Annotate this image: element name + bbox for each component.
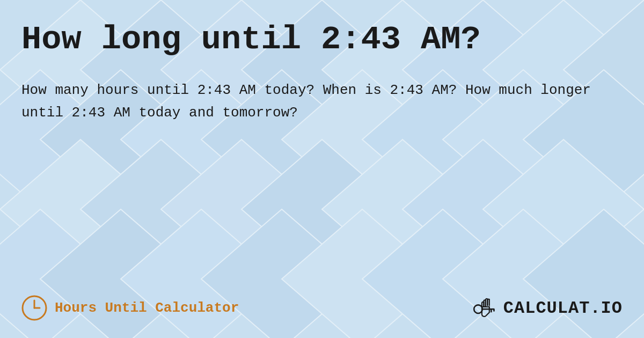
calculat-io-text: CALCULAT.IO (503, 298, 623, 318)
hours-calculator-branding: Hours Until Calculator (21, 295, 239, 321)
page-title: How long until 2:43 AM? (21, 21, 623, 58)
footer: Hours Until Calculator (21, 283, 623, 322)
svg-point-36 (474, 305, 482, 313)
calculat-io-logo: CALCULAT.IO (471, 294, 623, 322)
calculat-io-icon (471, 294, 499, 322)
hours-calculator-label: Hours Until Calculator (55, 300, 239, 316)
page-description: How many hours until 2:43 AM today? When… (21, 79, 612, 124)
clock-icon (21, 295, 47, 321)
